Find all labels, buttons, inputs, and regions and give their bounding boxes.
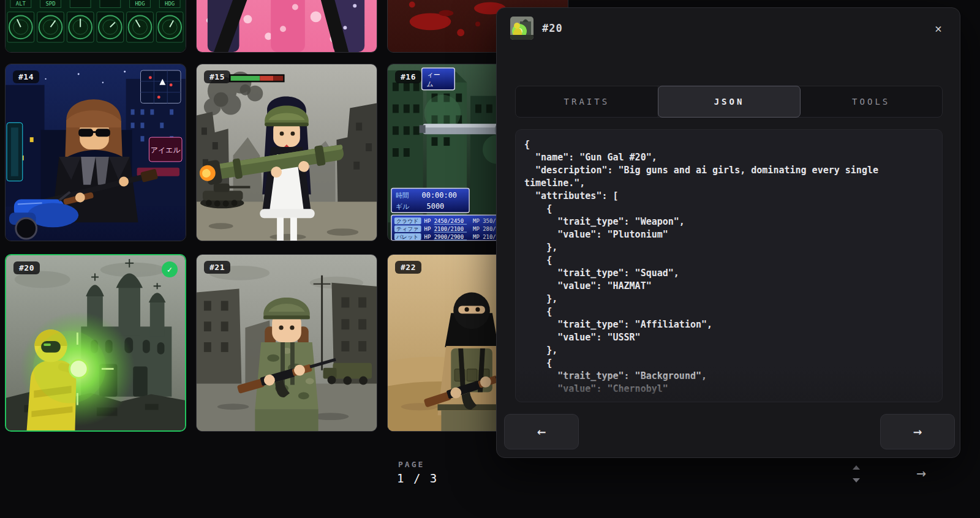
nft-gallery-app: ALT SPD HDG HDG [0, 0, 980, 518]
rpg-party-name: クラウド [396, 218, 419, 224]
rpg-party-name: バレット [396, 234, 419, 240]
tab-bar: TRAITS JSON TOOLS [515, 86, 943, 118]
cockpit-gauges-art: ALT SPD HDG HDG [6, 0, 186, 52]
tab-traits[interactable]: TRAITS [516, 86, 658, 117]
nft-avatar [510, 17, 533, 40]
json-code-block: { "name": "Gun Gal #20", "description": … [515, 129, 943, 402]
close-button[interactable]: ✕ [929, 19, 948, 37]
chevron-up-icon[interactable] [853, 465, 860, 470]
rpg-time-label: 時間 [396, 192, 409, 199]
next-page-button[interactable]: → [908, 460, 935, 485]
panel-title: #20 [542, 22, 563, 34]
card-badge: #14 [13, 70, 39, 83]
tab-json[interactable]: JSON [658, 86, 801, 118]
rpg-party-name: ティファ [396, 226, 419, 232]
rpg-party-hp: HP 2450/2450 [424, 218, 464, 224]
rpg-time-value: 00:00:00 [422, 191, 457, 200]
gauge-label: HDG [135, 1, 145, 7]
card-badge: #16 [395, 70, 421, 83]
tab-tools[interactable]: TOOLS [800, 86, 942, 117]
gauge-label: SPD [45, 1, 55, 7]
nft-detail-panel: #20 ✕ TRAITS JSON TOOLS { "name": "Gun G… [496, 7, 960, 458]
card-badge: #22 [395, 261, 421, 274]
card-badge: #21 [204, 261, 230, 274]
rpg-party-hp: HP 2900/2900 [424, 234, 464, 240]
card-badge: #15 [204, 70, 230, 83]
gauge-label: HDG [165, 1, 175, 7]
card-21[interactable]: #21 [196, 254, 377, 432]
soldier-girl-ruins-art [197, 255, 377, 431]
rpg-gil-value: 5000 [427, 202, 445, 211]
card-badge: #20 [13, 261, 40, 274]
rpg-party-hp: HP 2100/2100 [424, 226, 464, 232]
festival-crowd-art [197, 0, 377, 52]
next-nft-button[interactable]: → [880, 414, 955, 449]
panel-header: #20 ✕ [497, 8, 960, 48]
prev-nft-button[interactable]: ← [504, 414, 579, 449]
cyberpunk-biker-girl-art: アイエル [6, 64, 186, 241]
neon-sign-text: アイエル [151, 146, 181, 154]
rpg-gil-label: ギル [396, 203, 410, 210]
page-stepper[interactable] [850, 465, 862, 482]
maid-with-bazooka-art [197, 64, 377, 241]
hazmat-figure-chernobyl-art [6, 255, 185, 430]
rpg-menu-line: ム [427, 80, 434, 88]
page-label: PAGE [398, 460, 424, 469]
chevron-down-icon[interactable] [853, 478, 860, 482]
card-festival[interactable] [196, 0, 377, 53]
card-15[interactable]: #15 [196, 64, 377, 241]
gauge-label: ALT [16, 1, 26, 7]
selected-check-icon: ✓ [162, 261, 178, 277]
card-20[interactable]: #20 ✓ [5, 254, 186, 432]
rpg-menu-line: ィー [427, 71, 440, 78]
page-indicator: 1 / 3 [397, 471, 438, 485]
card-cockpit[interactable]: ALT SPD HDG HDG [5, 0, 186, 53]
card-14[interactable]: アイエル [5, 64, 186, 241]
